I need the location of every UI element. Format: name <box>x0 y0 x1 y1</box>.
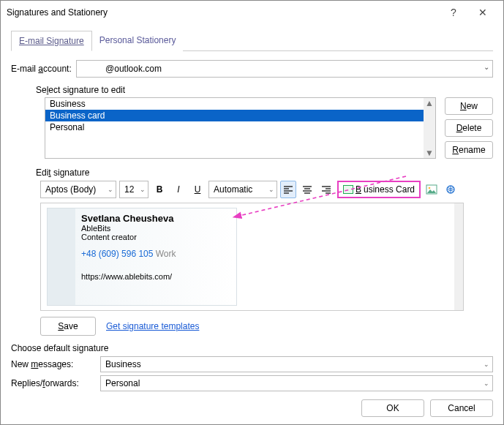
business-card-preview: Svetlana Cheusheva AbleBits Content crea… <box>47 208 237 306</box>
font-size-select[interactable]: 12⌄ <box>119 181 148 198</box>
card-name: Svetlana Cheusheva <box>81 213 230 224</box>
chevron-down-icon: ⌄ <box>484 361 489 368</box>
list-item[interactable]: Personal <box>45 121 435 133</box>
font-color-select[interactable]: Automatic⌄ <box>208 181 277 198</box>
select-signature-label: Select signature to edit <box>36 85 493 95</box>
italic-button[interactable]: I <box>170 181 187 198</box>
choose-default-section: Choose default signature New messages: B… <box>11 343 493 391</box>
chevron-down-icon: ⌄ <box>140 186 146 193</box>
font-select[interactable]: Aptos (Body)⌄ <box>40 181 116 198</box>
cancel-button[interactable]: Cancel <box>430 399 493 417</box>
save-button[interactable]: Save <box>40 317 96 336</box>
new-messages-label: New messages: <box>11 359 96 369</box>
email-account-label: E-mail account: <box>11 64 72 74</box>
new-button[interactable]: New <box>445 97 493 115</box>
delete-button[interactable]: Delete <box>445 119 493 137</box>
card-url: https://www.ablebits.com/ <box>81 272 230 281</box>
titlebar: Signatures and Stationery ? ✕ <box>1 1 503 24</box>
signature-listbox[interactable]: Business Business card Personal ▲▼ <box>45 97 436 159</box>
close-button[interactable]: ✕ <box>468 7 497 18</box>
tab-email-signature[interactable]: E-mail Signature <box>11 31 92 51</box>
insert-hyperlink-button[interactable] <box>443 181 459 198</box>
chevron-down-icon: ⌄ <box>484 380 489 387</box>
editor-toolbar: Aptos (Body)⌄ 12⌄ B I U Automatic⌄ Busin… <box>40 181 493 198</box>
chevron-down-icon: ⌄ <box>108 186 113 193</box>
scrollbar[interactable]: ▲▼ <box>424 98 435 158</box>
align-right-button[interactable] <box>318 181 334 198</box>
business-card-button[interactable]: Business Card <box>337 181 421 198</box>
help-button[interactable]: ? <box>439 7 468 18</box>
underline-button[interactable]: U <box>189 181 206 198</box>
tab-strip: E-mail Signature Personal Stationery <box>11 30 493 51</box>
chevron-down-icon: ⌄ <box>268 186 274 193</box>
card-company: AbleBits <box>81 224 230 233</box>
card-role: Content creator <box>81 233 230 241</box>
replies-forwards-select[interactable]: Personal⌄ <box>100 375 493 391</box>
align-left-button[interactable] <box>280 181 296 198</box>
business-card-icon <box>343 185 353 194</box>
scrollbar[interactable] <box>454 203 463 310</box>
edit-signature-label: Edit signature <box>36 168 493 178</box>
insert-picture-button[interactable] <box>424 181 440 198</box>
email-account-select[interactable]: @outlook.com ⌄ <box>76 60 493 78</box>
choose-default-label: Choose default signature <box>11 343 493 353</box>
rename-button[interactable]: Rename <box>445 141 493 159</box>
email-account-value: @outlook.com <box>81 64 162 74</box>
chevron-down-icon: ⌄ <box>484 63 489 71</box>
signature-editor[interactable]: Svetlana Cheusheva AbleBits Content crea… <box>40 203 464 311</box>
ok-button[interactable]: OK <box>361 399 424 417</box>
svg-point-1 <box>429 187 431 189</box>
list-item[interactable]: Business card <box>45 110 435 121</box>
align-center-button[interactable] <box>299 181 315 198</box>
get-templates-link[interactable]: Get signature templates <box>106 321 199 331</box>
replies-forwards-label: Replies/forwards: <box>11 378 96 388</box>
window-title: Signatures and Stationery <box>7 7 439 18</box>
card-phone: +48 (609) 596 105 Work <box>81 249 230 259</box>
list-item[interactable]: Business <box>45 98 435 110</box>
new-messages-select[interactable]: Business⌄ <box>100 356 493 372</box>
bold-button[interactable]: B <box>151 181 168 198</box>
tab-personal-stationery[interactable]: Personal Stationery <box>92 31 184 51</box>
